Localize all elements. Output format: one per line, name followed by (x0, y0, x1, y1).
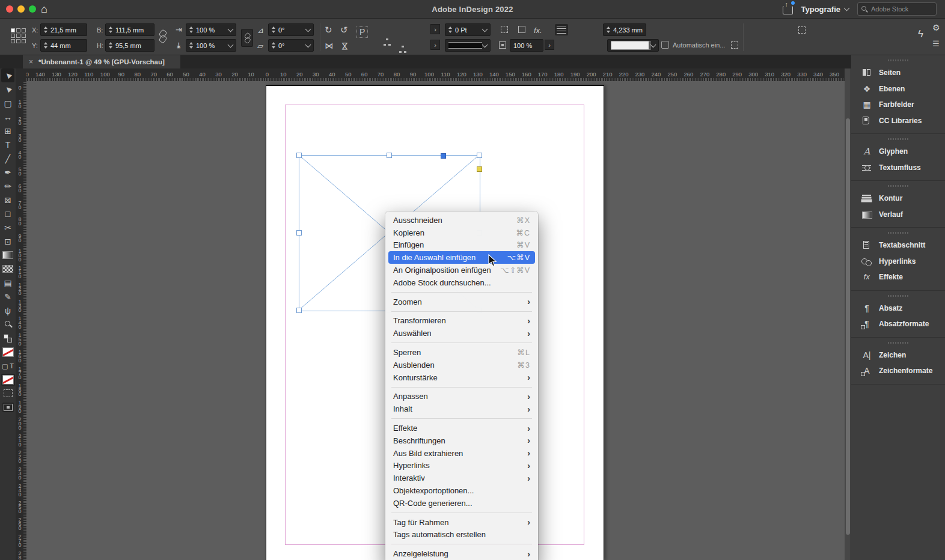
y-position-field[interactable]: 44 mm (40, 39, 87, 52)
height-field[interactable]: 95,5 mm (105, 39, 154, 52)
menu-item-an-originalposition-einfügen[interactable]: An Originalposition einfügen⌥⇧⌘V (388, 264, 535, 276)
panel-item-ebenen[interactable]: ❖Ebenen (851, 81, 945, 97)
scale-y-field[interactable]: 100 % (186, 39, 236, 52)
fill-none-swatch-icon[interactable] (1, 345, 15, 359)
content-collector-tool-icon[interactable]: ⊞ (1, 124, 15, 138)
panel-group-grip[interactable] (888, 59, 908, 61)
ruler-corner[interactable] (16, 68, 27, 82)
object-style-dropdown[interactable] (607, 39, 659, 52)
panel-item-seiten[interactable]: Seiten (851, 65, 945, 81)
frame-handle-middle-left[interactable] (296, 230, 302, 236)
panel-item-absatz[interactable]: ¶Absatz (851, 300, 945, 317)
menu-item-objektexportoptionen[interactable]: Objektexportoptionen... (388, 484, 535, 497)
menu-item-effekte[interactable]: Effekte› (388, 422, 535, 434)
panel-item-cc-libraries[interactable]: CC Libraries (851, 113, 945, 129)
panel-menu-icon[interactable]: ☰ (932, 39, 940, 48)
gradient-feather-tool-icon[interactable] (1, 262, 15, 276)
align-to-selection-icon[interactable] (798, 26, 806, 34)
zoom-tool-icon[interactable] (1, 317, 15, 331)
live-corner-widget[interactable] (477, 166, 482, 172)
panel-group-grip[interactable] (888, 138, 908, 140)
direct-selection-tool-icon[interactable]: ▶ (1, 82, 15, 96)
distribute-icon-1[interactable] (383, 38, 391, 46)
menu-item-einfügen[interactable]: Einfügen⌘V (388, 239, 535, 252)
fill-options-arrow[interactable]: › (430, 24, 440, 34)
frame-handle-top-center[interactable] (387, 153, 392, 158)
auto-fit-checkbox[interactable] (661, 41, 669, 49)
corner-size-field[interactable]: 100 % (510, 39, 543, 52)
canvas[interactable]: Ausschneiden⌘XKopieren⌘CEinfügen⌘VIn die… (26, 81, 845, 560)
pencil-tool-icon[interactable]: ✏ (1, 179, 15, 193)
menu-item-anzeigeleistung[interactable]: Anzeigeleistung› (388, 547, 535, 560)
gear-icon[interactable]: ⚙ (932, 23, 940, 32)
panel-item-textabschnitt[interactable]: Textabschnitt (851, 237, 945, 254)
menu-item-anpassen[interactable]: Anpassen› (388, 391, 535, 403)
share-icon[interactable] (783, 6, 793, 14)
menu-item-ausschneiden[interactable]: Ausschneiden⌘X (388, 214, 535, 227)
frame-tool-icon[interactable]: ⊠ (1, 193, 15, 207)
document-tab[interactable]: × *Unbenannt-1 @ 49 % [GPU-Vorschau] (23, 55, 180, 68)
close-icon[interactable]: × (29, 58, 33, 66)
panel-item-farbfelder[interactable]: ▦Farbfelder (851, 97, 945, 113)
type-tool-icon[interactable]: T (1, 138, 15, 151)
panel-item-effekte[interactable]: fxEffekte (851, 269, 945, 285)
paragraph-reference-icon[interactable]: P (357, 27, 367, 37)
stroke-style-dropdown[interactable] (445, 39, 491, 52)
workspace-switcher[interactable]: Typografie (801, 5, 849, 14)
scissors-tool-icon[interactable]: ✂ (1, 221, 15, 234)
frame-handle-top-right[interactable] (477, 153, 482, 158)
rectangle-tool-icon[interactable]: □ (1, 207, 15, 221)
menu-item-qr-code-generieren[interactable]: QR-Code generieren... (388, 497, 535, 510)
free-transform-tool-icon[interactable]: ⊡ (1, 234, 15, 248)
corner-options-arrow[interactable]: › (545, 40, 554, 50)
constrain-scale-chain-icon[interactable] (241, 29, 253, 47)
shear-angle-field[interactable]: 0° (268, 39, 314, 52)
panel-item-verlauf[interactable]: Verlauf (851, 207, 945, 223)
stroke-options-arrow[interactable]: › (430, 40, 440, 50)
auto-fit-checkbox-row[interactable]: Automatisch ein... (661, 41, 738, 49)
pen-tool-icon[interactable]: ✒ (1, 165, 15, 179)
x-position-field[interactable]: 21,5 mm (40, 23, 87, 36)
frame-handle-top-left[interactable] (296, 153, 302, 158)
menu-item-kopieren[interactable]: Kopieren⌘C (388, 227, 535, 239)
gap-tool-icon[interactable]: ↔ (1, 110, 15, 124)
menu-item-tag-für-rahmen[interactable]: Tag für Rahmen› (388, 516, 535, 529)
menu-item-in-die-auswahl-einfügen[interactable]: In die Auswahl einfügen⌥⌘V (388, 251, 535, 264)
rotate-ccw-icon[interactable]: ↺ (340, 25, 348, 34)
panel-group-grip[interactable] (888, 232, 908, 234)
eyedropper-tool-icon[interactable]: ✎ (1, 290, 15, 303)
panel-item-zeichenformate[interactable]: AZeichenformate (851, 363, 945, 379)
menu-item-aus-bild-extrahieren[interactable]: Aus Bild extrahieren› (388, 447, 535, 460)
hand-tool-icon[interactable]: ψ (1, 303, 15, 317)
fill-stroke-proxy-icon[interactable] (1, 331, 15, 345)
panel-item-glyphen[interactable]: AGlyphen (851, 144, 945, 160)
panel-item-kontur[interactable]: Kontur (851, 190, 945, 207)
panel-item-hyperlinks[interactable]: Hyperlinks (851, 254, 945, 270)
panel-group-grip[interactable] (888, 295, 908, 297)
constrain-dimensions-chain-icon[interactable] (159, 30, 166, 42)
reference-point-grid[interactable] (11, 28, 26, 43)
menu-item-zoomen[interactable]: Zoomen› (388, 296, 535, 308)
effects-fx-icon[interactable]: fx. (534, 26, 542, 35)
frame-shape-icon[interactable] (518, 26, 525, 33)
vertical-scrollbar-thumb[interactable] (846, 118, 850, 535)
flip-horizontal-icon[interactable]: ⋈ (325, 41, 333, 50)
wrap-offset-field[interactable]: 4,233 mm (603, 23, 646, 36)
rotation-angle-field[interactable]: 0° (268, 23, 314, 36)
scale-x-field[interactable]: 100 % (186, 23, 236, 36)
no-text-wrap-button[interactable] (555, 24, 568, 35)
distribute-icon-2[interactable] (399, 46, 406, 53)
gradient-swatch-tool-icon[interactable] (1, 248, 15, 262)
adobe-stock-search[interactable]: Adobe Stock (857, 2, 937, 16)
line-tool-icon[interactable]: ╱ (1, 151, 15, 165)
formatting-container-text-icon[interactable]: ▢ T (1, 359, 15, 373)
screen-mode-icon[interactable] (1, 400, 15, 414)
preview-mode-icon[interactable] (1, 386, 15, 400)
menu-item-adobe-stock-durchsuchen[interactable]: Adobe Stock durchsuchen... (388, 276, 535, 289)
frame-anchor-selected[interactable] (441, 153, 446, 159)
note-tool-icon[interactable]: ▤ (1, 276, 15, 290)
panel-group-grip[interactable] (888, 185, 908, 187)
panel-group-grip[interactable] (888, 342, 908, 344)
menu-item-ausblenden[interactable]: Ausblenden⌘3 (388, 359, 535, 371)
menu-item-auswählen[interactable]: Auswählen› (388, 327, 535, 339)
